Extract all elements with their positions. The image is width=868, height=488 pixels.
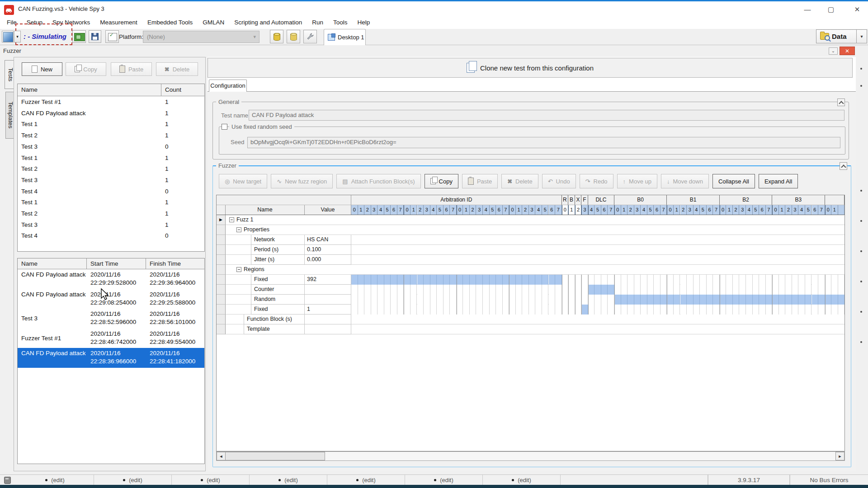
new-button[interactable]: New [22,62,62,76]
bit-cell[interactable] [549,285,556,295]
bit-cell[interactable] [680,305,687,314]
data-button[interactable]: Data ▾ [816,29,867,43]
bit-cell[interactable] [594,305,601,314]
bit-cell[interactable] [450,275,457,285]
bit-cell[interactable] [364,305,371,314]
bit-cell[interactable] [391,305,397,314]
bit-cell[interactable] [608,305,614,314]
row-selector-cell[interactable] [217,255,226,265]
bit-cell[interactable] [443,305,450,314]
bit-cell[interactable] [457,275,463,285]
bit-cell[interactable] [654,305,660,314]
bit-cell[interactable] [818,275,825,285]
grid-row-template[interactable]: Template [217,324,845,334]
bit-cell[interactable] [785,285,792,295]
bit-cell[interactable] [707,275,713,285]
bit-cell[interactable] [687,295,693,305]
menu-item-measurement[interactable]: Measurement [95,16,142,29]
bit-cell[interactable] [621,275,628,285]
row-value-cell[interactable]: 0.100 [305,245,351,255]
bit-cell[interactable] [594,295,601,305]
table-row[interactable]: CAN FD Payload attack1 [18,108,204,119]
bit-cell[interactable] [568,275,575,285]
bit-cell[interactable] [753,305,760,314]
bit-cell[interactable] [654,285,660,295]
row-selector-cell[interactable] [217,314,226,324]
bit-cell[interactable] [726,295,733,305]
table-row[interactable]: Test 31 [18,219,204,230]
bit-cell[interactable] [713,305,720,314]
bit-cell[interactable] [581,305,588,314]
bit-cell[interactable] [812,275,819,285]
row-selector-cell[interactable]: ▶ [217,215,226,225]
bit-cell[interactable] [601,295,608,305]
bit-cell[interactable] [496,305,503,314]
bit-cell[interactable] [516,275,523,285]
bit-cell[interactable] [785,275,792,285]
column-header-name[interactable]: Name [18,84,161,96]
panel-collapse-icon[interactable]: ⌄ [829,47,838,55]
bit-cell[interactable] [588,305,595,314]
bit-cell[interactable] [779,295,786,305]
bit-cell[interactable] [562,275,569,285]
bit-cell[interactable] [720,285,726,295]
close-icon[interactable]: ✕ [848,4,866,15]
bit-cell[interactable] [410,305,417,314]
row-name-cell[interactable]: Counter [251,285,305,295]
bit-cell[interactable] [601,275,608,285]
collapse-expander-icon[interactable] [229,217,234,222]
mode-button[interactable] [2,31,14,42]
column-header-name[interactable]: Name [18,258,87,269]
bit-cell[interactable] [720,275,726,285]
bit-cell[interactable] [555,305,562,314]
bit-cell[interactable] [450,295,457,305]
bit-cell[interactable] [720,295,726,305]
bit-cell[interactable] [364,295,371,305]
bit-cell[interactable] [535,285,542,295]
bit-cell[interactable] [503,295,509,305]
bit-cell[interactable] [535,295,542,305]
bit-cell[interactable] [766,295,773,305]
bit-cell[interactable] [509,305,516,314]
grid-horizontal-scrollbar[interactable]: ◄ ► [216,451,845,461]
bit-cell[interactable] [496,295,503,305]
database-save-icon[interactable] [287,30,300,43]
bit-cell[interactable] [443,275,450,285]
platform-select[interactable]: (None)▾ [143,31,259,43]
bit-cell[interactable] [377,295,384,305]
bit-cell[interactable] [700,275,707,285]
bit-cell[interactable] [371,305,378,314]
bit-cell[interactable] [674,275,680,285]
row-name-cell[interactable]: Fixed [251,305,305,314]
bit-cell[interactable] [377,305,384,314]
bit-cell[interactable] [463,275,470,285]
table-row[interactable]: Test 30 [18,141,204,152]
row-selector-cell[interactable] [217,324,226,334]
grid-row-function-block-s-[interactable]: Function Block (s) [217,314,845,324]
bit-cell[interactable] [371,295,378,305]
bit-cell[interactable] [555,275,562,285]
bit-cell[interactable] [766,275,773,285]
bit-cell[interactable] [753,285,760,295]
bit-cell[interactable] [641,295,647,305]
bit-cell[interactable] [634,295,641,305]
bit-cell[interactable] [647,285,654,295]
bit-cell[interactable] [351,295,358,305]
bit-cell[interactable] [825,305,832,314]
bit-cell[interactable] [693,285,700,295]
table-row[interactable]: Test 40 [18,186,204,197]
bit-cell[interactable] [457,295,463,305]
bit-cell[interactable] [397,295,404,305]
bit-cell[interactable] [647,305,654,314]
bit-cell[interactable] [680,275,687,285]
bit-cell[interactable] [713,285,720,295]
bit-cell[interactable] [450,285,457,295]
bit-cell[interactable] [535,305,542,314]
row-value-cell[interactable]: HS CAN [305,235,351,245]
bit-cell[interactable] [674,295,680,305]
list-item[interactable]: Test 32020/11/1622:28:52:5960002020/11/1… [18,309,204,328]
bit-cell[interactable] [470,295,476,305]
bit-cell[interactable] [555,285,562,295]
row-selector-cell[interactable] [217,265,226,275]
bit-cell[interactable] [601,285,608,295]
